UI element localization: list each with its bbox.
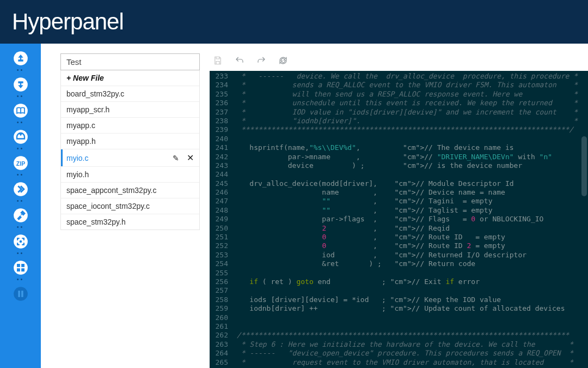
file-name: myapp.c <box>66 121 95 130</box>
svg-rect-11 <box>17 264 20 267</box>
double-arrow-icon[interactable] <box>13 181 29 197</box>
clip-icon[interactable] <box>13 129 29 145</box>
focus-icon[interactable] <box>13 233 29 250</box>
svg-text:ZIP: ZIP <box>16 160 24 167</box>
undo-icon[interactable] <box>235 56 244 65</box>
svg-point-15 <box>14 287 28 301</box>
logo: Hyperpanel <box>12 9 124 35</box>
svg-rect-13 <box>17 268 20 272</box>
divider-dots: •• <box>17 225 24 232</box>
file-panel: Test + New File board_stm32py.c myapp_sc… <box>60 53 200 368</box>
file-name: board_stm32py.c <box>66 89 124 98</box>
save-icon[interactable] <box>213 56 223 65</box>
file-item[interactable]: myapp_scr.h <box>61 101 199 117</box>
svg-point-9 <box>19 240 22 243</box>
svg-rect-16 <box>18 291 20 297</box>
file-item[interactable]: myapp.c <box>61 117 199 133</box>
divider-dots: •• <box>17 120 24 128</box>
file-item[interactable]: space_stm32py.h <box>61 214 199 230</box>
file-list: + New File board_stm32py.c myapp_scr.h m… <box>60 70 200 230</box>
file-name: myapp_scr.h <box>66 105 109 114</box>
scroll-thumb[interactable] <box>581 136 587 196</box>
zip-icon[interactable]: ZIP <box>13 155 29 171</box>
file-actions: ✎ ✕ <box>173 153 194 163</box>
file-panel-title: Test <box>60 53 200 70</box>
svg-rect-14 <box>21 268 24 272</box>
file-item[interactable]: space_iocont_stm32py.c <box>61 198 199 214</box>
edit-icon[interactable]: ✎ <box>173 154 179 162</box>
book-icon[interactable] <box>13 102 29 119</box>
tools-icon[interactable] <box>13 207 29 224</box>
file-name: space_appcont_stm32py.c <box>66 186 157 195</box>
file-name: myio.c <box>66 154 88 162</box>
svg-rect-12 <box>21 264 24 267</box>
svg-point-10 <box>14 261 28 275</box>
divider-dots: •• <box>17 172 24 180</box>
upload-icon[interactable] <box>13 50 29 67</box>
file-name: space_stm32py.h <box>66 218 126 226</box>
app-header: Hyperpanel <box>0 0 588 44</box>
content-area: Test + New File board_stm32py.c myapp_sc… <box>41 44 588 368</box>
windows-icon[interactable] <box>13 260 29 276</box>
line-gutter: 2332342352362372382392402412422432442452… <box>210 71 232 368</box>
editor-panel: 2332342352362372382392402412422432442452… <box>210 53 588 368</box>
reload-icon[interactable] <box>278 56 288 65</box>
svg-rect-17 <box>21 291 23 297</box>
svg-point-3 <box>14 130 28 144</box>
new-file-button[interactable]: + New File <box>61 70 199 86</box>
file-item-active[interactable]: myio.c ✎ ✕ <box>61 149 199 166</box>
divider-dots: •• <box>17 251 24 258</box>
divider-dots: •• <box>17 94 24 101</box>
file-name: space_iocont_stm32py.c <box>66 202 150 210</box>
sidebar: •• •• •• •• ZIP •• •• •• •• •• <box>0 44 41 368</box>
file-item[interactable]: myapp.h <box>61 133 199 149</box>
editor-toolbar <box>210 53 588 71</box>
file-item[interactable]: space_appcont_stm32py.c <box>61 182 199 198</box>
file-name: myio.h <box>66 170 89 179</box>
code-content[interactable]: * ------ device. We call the drv_alloc_d… <box>232 71 588 368</box>
scrollbar[interactable] <box>580 71 587 368</box>
file-item[interactable]: myio.h <box>61 166 199 182</box>
divider-dots: •• <box>17 198 24 206</box>
divider-dots: •• <box>17 146 24 154</box>
divider-dots: •• <box>17 68 24 75</box>
main-area: •• •• •• •• ZIP •• •• •• •• •• Test + Ne… <box>0 44 588 368</box>
file-item[interactable]: board_stm32py.c <box>61 86 199 101</box>
redo-icon[interactable] <box>256 56 266 65</box>
file-name: myapp.h <box>66 137 96 146</box>
close-icon[interactable]: ✕ <box>187 153 194 163</box>
code-editor[interactable]: 2332342352362372382392402412422432442452… <box>210 71 588 368</box>
pause-icon[interactable] <box>13 286 29 302</box>
divider-dots: •• <box>17 277 24 285</box>
download-icon[interactable] <box>13 76 29 93</box>
